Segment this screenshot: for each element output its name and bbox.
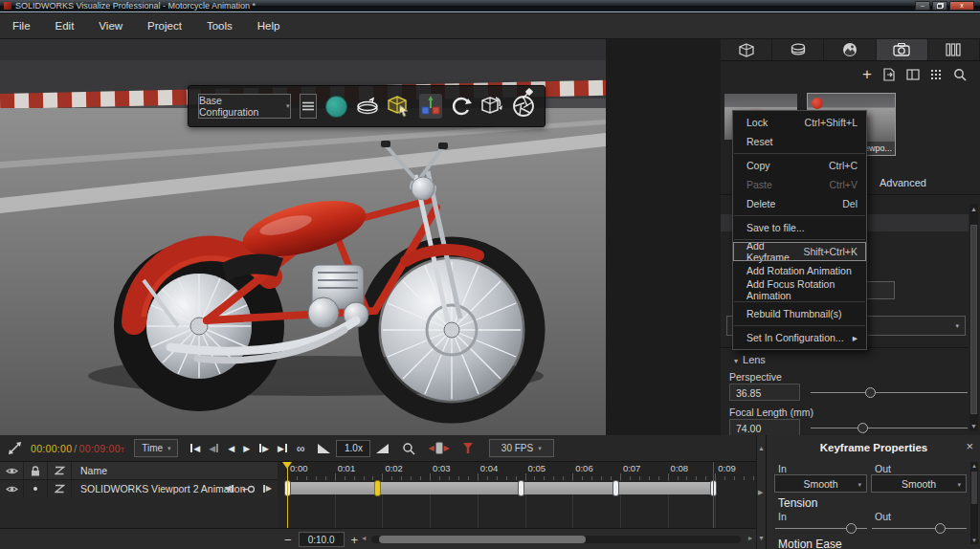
add-camera-button[interactable]: + (862, 67, 872, 82)
minimize-button[interactable]: – (915, 1, 930, 11)
timeline-range-field[interactable]: 0:10.0 (299, 532, 345, 547)
perspective-input[interactable]: 36.85 (729, 384, 800, 401)
loop-button[interactable]: ∞ (297, 444, 305, 453)
splitter-down-icon[interactable]: ▼ (758, 535, 765, 541)
focal-length-slider[interactable] (811, 422, 968, 433)
context-item-add-focus-rotation-animation[interactable]: Add Focus Rotation Animation (733, 280, 866, 299)
speed-ramp-down-icon[interactable] (318, 444, 330, 453)
tension-in-handle[interactable] (846, 523, 857, 534)
menu-view[interactable]: View (86, 13, 135, 38)
camera-aperture-button[interactable] (512, 94, 535, 119)
grid-view-button[interactable] (930, 69, 943, 81)
export-button[interactable] (882, 68, 896, 81)
focal-length-slider-handle[interactable] (858, 423, 868, 433)
go-to-start-button[interactable]: ◀ (189, 444, 200, 453)
go-to-end-button[interactable]: ▶ (278, 444, 288, 453)
time-mode-select[interactable]: Time▾ (134, 439, 178, 457)
zoom-in-button[interactable]: + (351, 533, 359, 547)
perspective-slider-handle[interactable] (865, 387, 876, 398)
transform-cube-button[interactable] (480, 94, 503, 119)
scrollbar-thumb[interactable] (970, 225, 977, 414)
next-keyframe-button[interactable]: ▶ (262, 484, 272, 494)
playback-speed-field[interactable]: 1.0x (336, 440, 370, 457)
restore-button[interactable] (932, 1, 947, 11)
playhead-line[interactable] (287, 462, 288, 528)
zoom-keyframes-icon[interactable] (402, 442, 415, 455)
track-curves-icon[interactable] (48, 480, 72, 497)
timeline-track-area[interactable] (278, 480, 756, 528)
end-marker-line[interactable] (713, 462, 714, 528)
scroll-up-icon[interactable]: ▲ (970, 463, 978, 469)
tab-renders[interactable] (928, 39, 980, 60)
splitter-up-icon[interactable]: ▲ (758, 445, 765, 451)
render-mode-button[interactable] (325, 94, 347, 119)
play-button[interactable]: ▶ (243, 444, 250, 453)
track-lock-dot-icon[interactable] (24, 480, 48, 497)
menu-file[interactable]: File (0, 13, 43, 38)
speed-ramp-up-icon[interactable] (376, 444, 389, 453)
animation-clip-bar[interactable] (285, 482, 717, 494)
scroll-up-icon[interactable]: ▲ (969, 206, 978, 212)
split-view-button[interactable] (906, 69, 920, 80)
tab-cameras[interactable] (877, 39, 928, 60)
prev-keyframe-button[interactable]: ◀ (225, 484, 234, 494)
turntable-button[interactable] (356, 94, 379, 119)
select-keyframes-icon[interactable] (8, 441, 22, 455)
playhead-marker[interactable] (282, 462, 292, 469)
search-button[interactable] (953, 68, 967, 81)
hscrollbar-thumb[interactable] (379, 536, 586, 543)
track-visibility-icon[interactable] (0, 480, 24, 497)
configuration-select[interactable]: Base Configuration ▾ (198, 94, 291, 119)
zoom-out-button[interactable]: − (284, 533, 292, 547)
move-keyframe-icon[interactable]: ◀▶ (428, 442, 449, 454)
interp-in-select[interactable]: Smooth▾ (774, 474, 867, 493)
config-list-button[interactable] (300, 94, 318, 119)
context-item-reset[interactable]: Reset (733, 132, 866, 151)
play-reverse-button[interactable]: ◀ (228, 444, 234, 453)
tab-appearances[interactable] (772, 39, 824, 60)
menu-project[interactable]: Project (135, 13, 194, 38)
kf-panel-scrollbar[interactable]: ▲ ▼ (970, 462, 978, 544)
step-back-button[interactable]: ◀ (209, 444, 219, 453)
subtab-advanced[interactable]: Advanced (880, 177, 926, 188)
context-item-save-to-file[interactable]: Save to file... (733, 218, 866, 237)
splitter-expand-icon[interactable]: ▶ (758, 489, 763, 496)
context-item-set-in-configuration[interactable]: Set In Configuration...▸ (733, 328, 866, 347)
context-item-copy[interactable]: CopyCtrl+C (733, 156, 866, 175)
step-forward-button[interactable]: ▶ (258, 444, 269, 453)
context-item-lock[interactable]: LockCtrl+Shift+L (733, 113, 866, 132)
tab-environments[interactable] (824, 39, 876, 60)
context-item-add-keyframe[interactable]: Add KeyframeShift+Ctrl+K (733, 242, 866, 261)
tension-in-slider[interactable] (775, 522, 867, 534)
menu-help[interactable]: Help (245, 13, 293, 38)
menu-edit[interactable]: Edit (43, 13, 87, 38)
object-select-button[interactable] (388, 94, 411, 119)
track-row[interactable]: SOLIDWORKS Viewport 2 Animation ◀ ▶ (0, 480, 278, 497)
scroll-left-icon[interactable]: ◂ (362, 534, 366, 542)
scroll-down-icon[interactable]: ▼ (970, 538, 978, 543)
keyframe-3[interactable] (612, 480, 619, 496)
interp-out-select[interactable]: Smooth▾ (871, 474, 967, 493)
fps-select[interactable]: 30 FPS▾ (489, 439, 554, 457)
filter-keyframes-icon[interactable] (462, 442, 474, 454)
perspective-slider[interactable] (811, 386, 968, 398)
context-item-add-rotation-animation[interactable]: Add Rotation Animation (733, 261, 866, 280)
timeline-hscrollbar[interactable]: ◂ ▸ (371, 536, 741, 543)
lens-section-header[interactable]: ▾Lens (734, 354, 766, 365)
rotate-view-button[interactable] (451, 94, 472, 119)
keyframe-1-selected[interactable] (374, 480, 381, 496)
focal-length-input[interactable]: 74.00 (729, 419, 800, 436)
move-tool-button[interactable] (419, 94, 442, 119)
viewport-3d[interactable]: Base Configuration ▾ (0, 39, 606, 435)
scroll-down-icon[interactable]: ▼ (969, 423, 978, 429)
panel-scrollbar[interactable]: ▲ ▼ (969, 204, 978, 431)
context-item-delete[interactable]: DeleteDel (733, 194, 866, 213)
tension-out-slider[interactable] (872, 522, 967, 534)
tension-out-handle[interactable] (935, 523, 946, 534)
close-panel-icon[interactable]: × (966, 439, 973, 453)
menu-tools[interactable]: Tools (194, 13, 245, 38)
tab-models[interactable] (721, 39, 772, 60)
close-button[interactable]: x (949, 1, 974, 11)
timeline-ruler[interactable]: 0:000:010:020:030:040:050:060:070:080:09 (278, 462, 756, 481)
key-icon[interactable] (242, 485, 255, 494)
